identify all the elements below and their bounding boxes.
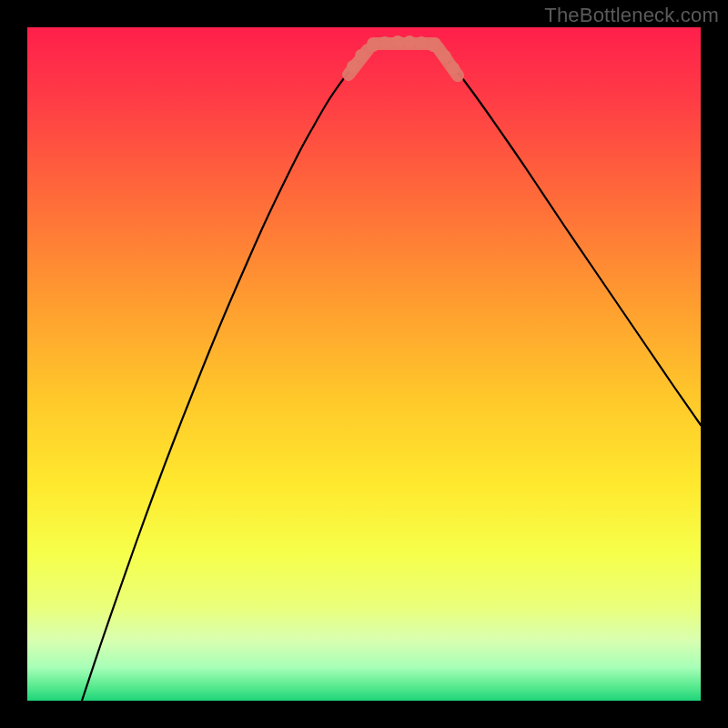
marker-segment-right bbox=[438, 47, 458, 76]
right-curve bbox=[449, 62, 701, 425]
curve-svg bbox=[27, 27, 701, 701]
plot-area bbox=[27, 27, 701, 701]
marker-segment-left bbox=[349, 50, 368, 75]
curves-group bbox=[82, 60, 701, 701]
watermark-text: TheBottleneck.com bbox=[544, 4, 719, 27]
left-curve bbox=[82, 60, 359, 701]
chart-frame: TheBottleneck.com bbox=[0, 0, 728, 728]
markers-group bbox=[347, 35, 460, 76]
